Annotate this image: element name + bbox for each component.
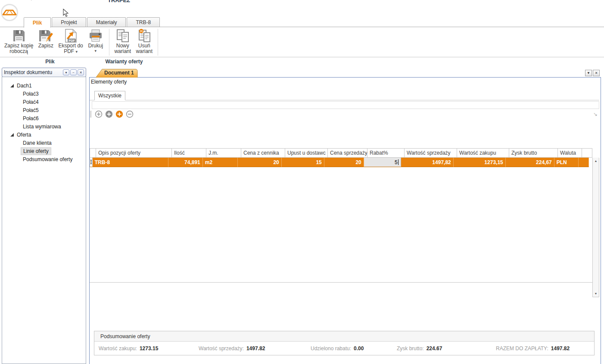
inspector-close-button[interactable]: ✕	[78, 69, 84, 75]
document-tab-label: Document 1	[104, 70, 134, 76]
document-tab[interactable]: Document 1	[96, 69, 138, 78]
new-variant-button[interactable]: Nowy wariant	[112, 28, 134, 56]
text-caret	[398, 159, 399, 165]
summary-zysk-brutto: Zysk brutto:224.67	[397, 345, 442, 352]
document-list-dropdown-button[interactable]: ▼	[585, 70, 592, 76]
delete-variant-button[interactable]: Usuń wariant	[134, 28, 155, 56]
export-pdf-label-line2: PDF ▾	[64, 49, 78, 54]
column-header-wartosc-zakupu[interactable]: Wartość zakupu	[457, 148, 509, 158]
ribbon-separator	[109, 29, 109, 56]
document-close-button[interactable]: ✕	[593, 70, 600, 76]
printer-icon	[89, 28, 103, 43]
tree-item-lista-wymiarowa[interactable]: Lista wymiarowa	[2, 122, 86, 131]
inspector-header[interactable]: Inspektor dokumentu ▾ − ✕	[2, 68, 86, 77]
print-button[interactable]: Drukuj ▾	[85, 28, 106, 56]
offer-summary-box: Podsumowanie oferty Wartość zakupu:1273.…	[94, 331, 595, 355]
cell-rabat-editing[interactable]: 5	[364, 158, 401, 167]
inspector-title: Inspektor dokumentu	[4, 69, 52, 75]
inspector-minimize-button[interactable]: −	[70, 69, 77, 75]
summary-header: Podsumowanie oferty	[94, 331, 594, 342]
row-edit-indicator-icon: I	[90, 158, 93, 167]
save-label-line1: Zapisz	[38, 43, 53, 49]
grid-indicator-header	[90, 148, 96, 158]
title-bar: ▾ TRAPEZ	[0, 0, 604, 3]
column-header-waluta[interactable]: Waluta	[558, 148, 582, 158]
grid-filler-header	[582, 148, 592, 158]
remove-item-button[interactable]	[126, 110, 134, 118]
save-button[interactable]: Zapisz	[35, 28, 56, 56]
tree-item-polac3[interactable]: Połać3	[2, 90, 86, 98]
save-edit-icon	[38, 28, 53, 43]
export-pdf-button[interactable]: PDF Eksport do PDF ▾	[56, 28, 84, 56]
pdf-export-icon: PDF	[64, 28, 77, 43]
toolbar-drag-handle[interactable]	[90, 111, 91, 118]
offer-lines-grid: Opis pozycji oferty Ilość J.m. Cena z ce…	[90, 148, 599, 297]
elements-toolbar	[90, 109, 136, 119]
tree-item-dach1[interactable]: Dach1	[2, 81, 86, 90]
ribbon-group-labels: Plik Warianty oferty	[0, 59, 604, 66]
delete-variant-label-line2: wariant	[136, 49, 153, 54]
ribbon-tab-trb8[interactable]: TRB-8	[127, 17, 160, 27]
ribbon-tab-plik[interactable]: Plik	[24, 17, 51, 28]
dropdown-arrow-icon: ▾	[75, 50, 78, 54]
column-header-jm[interactable]: J.m.	[206, 148, 241, 158]
cell-opis[interactable]: TRB-8	[93, 158, 168, 167]
new-variant-label-line2: wariant	[114, 49, 131, 54]
document-tab-buttons: ▼ ✕	[585, 70, 600, 76]
save-draft-button[interactable]: Zapisz kopię roboczą	[3, 28, 35, 56]
cell-cena-sprzedazy[interactable]: 20	[324, 158, 364, 167]
cell-upust[interactable]: 15	[282, 158, 324, 167]
add-item-outline-button[interactable]	[95, 110, 103, 118]
filter-tab-wszystkie[interactable]: Wszystkie	[94, 91, 125, 100]
column-header-cena-sprzedazy[interactable]: Cena sprzedaży	[328, 148, 367, 158]
scroll-up-icon[interactable]: ▲	[595, 158, 598, 164]
cell-cena-z-cennika[interactable]: 20	[238, 158, 282, 167]
ribbon-body: Zapisz kopię roboczą Zapisz	[0, 27, 604, 57]
grid-data-row[interactable]: I TRB-8 74,891 m2 20 15 20 5 1497,82 127…	[90, 158, 599, 167]
column-header-ilosc[interactable]: Ilość	[172, 148, 206, 158]
scroll-down-icon[interactable]: ▼	[595, 290, 598, 297]
ribbon-tab-projekt[interactable]: Projekt	[52, 17, 86, 27]
cell-wartosc-sprzedazy[interactable]: 1497,82	[401, 158, 454, 167]
quick-access-dropdown-icon[interactable]: ▾	[30, 0, 33, 2]
grid-vertical-scrollbar[interactable]: ▲ ▼	[592, 158, 599, 297]
grid-empty-body[interactable]	[90, 167, 592, 283]
cell-waluta[interactable]: PLN	[554, 158, 579, 167]
tree-item-polac5[interactable]: Połać5	[2, 106, 86, 114]
section-title: Elementy oferty	[91, 79, 127, 85]
window-title: TRAPEZ	[108, 0, 130, 3]
grid-header-row: Opis pozycji oferty Ilość J.m. Cena z ce…	[90, 148, 599, 158]
ribbon-tab-materialy[interactable]: Materiały	[87, 17, 126, 27]
tree-expand-icon[interactable]	[10, 84, 14, 87]
inspector-panel: Inspektor dokumentu ▾ − ✕ Dach1 Połać3 P…	[2, 68, 86, 364]
inspector-tree: Dach1 Połać3 Połać4 Połać5 Połać6 Lista …	[2, 77, 86, 364]
add-item-orange-button[interactable]	[115, 110, 123, 118]
column-header-upust[interactable]: Upust u dostawc	[285, 148, 328, 158]
tree-item-oferta[interactable]: Oferta	[2, 131, 86, 139]
cell-jm[interactable]: m2	[203, 158, 238, 167]
column-header-opis[interactable]: Opis pozycji oferty	[96, 148, 172, 158]
tree-item-dane-klienta[interactable]: Dane klienta	[2, 139, 86, 147]
app-logo-icon[interactable]	[1, 4, 18, 21]
summary-wartosc-sprzedazy: Wartość sprzedaży:1497.82	[199, 345, 265, 352]
inspector-dropdown-button[interactable]: ▾	[63, 69, 69, 75]
ribbon-separator	[158, 29, 158, 56]
resize-grip-icon[interactable]: ↘	[593, 111, 598, 117]
tree-item-linie-oferty[interactable]: Linie oferty	[2, 147, 86, 155]
tree-item-polac6[interactable]: Połać6	[2, 114, 86, 122]
cell-zysk-brutto[interactable]: 224,67	[506, 158, 554, 167]
cell-ilosc[interactable]: 74,891	[168, 158, 203, 167]
summary-razem-do-zaplaty: RAZEM DO ZAPŁATY:1497.82	[496, 345, 570, 352]
column-header-rabat[interactable]: Rabat%	[367, 148, 405, 158]
new-document-icon	[116, 28, 129, 43]
add-item-gray-button[interactable]	[105, 110, 113, 118]
tree-expand-icon[interactable]	[10, 133, 14, 137]
column-header-wartosc-sprzedazy[interactable]: Wartość sprzedaży	[405, 148, 457, 158]
column-header-cena-z-cennika[interactable]: Cena z cennika	[241, 148, 285, 158]
tree-item-podsumowanie-oferty[interactable]: Podsumowanie oferty	[2, 155, 86, 163]
cell-wartosc-zakupu[interactable]: 1273,15	[454, 158, 506, 167]
tree-item-selected: Linie oferty	[21, 147, 51, 155]
save-draft-label-line2: roboczą	[9, 49, 28, 54]
tree-item-polac4[interactable]: Połać4	[2, 98, 86, 106]
column-header-zysk-brutto[interactable]: Zysk brutto	[509, 148, 558, 158]
